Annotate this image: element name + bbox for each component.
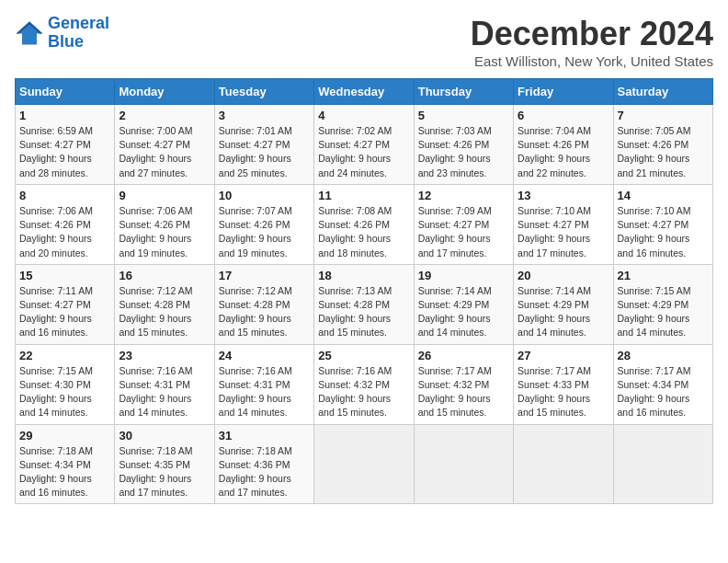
day-header-wednesday: Wednesday xyxy=(314,79,414,105)
header: General Blue December 2024 East Willisto… xyxy=(15,15,713,69)
calendar-cell: 8Sunrise: 7:06 AM Sunset: 4:26 PM Daylig… xyxy=(16,184,115,264)
day-number: 9 xyxy=(119,189,210,202)
day-number: 28 xyxy=(618,349,709,362)
calendar-week-1: 1Sunrise: 6:59 AM Sunset: 4:27 PM Daylig… xyxy=(16,105,713,185)
logo: General Blue xyxy=(15,15,109,52)
day-header-sunday: Sunday xyxy=(16,79,115,105)
day-info: Sunrise: 7:08 AM Sunset: 4:26 PM Dayligh… xyxy=(318,204,409,260)
calendar-cell: 21Sunrise: 7:15 AM Sunset: 4:29 PM Dayli… xyxy=(613,264,712,344)
day-info: Sunrise: 7:04 AM Sunset: 4:26 PM Dayligh… xyxy=(518,124,609,180)
day-number: 24 xyxy=(219,349,310,362)
calendar-cell: 5Sunrise: 7:03 AM Sunset: 4:26 PM Daylig… xyxy=(414,105,513,185)
calendar-cell: 30Sunrise: 7:18 AM Sunset: 4:35 PM Dayli… xyxy=(115,424,214,504)
calendar-week-5: 29Sunrise: 7:18 AM Sunset: 4:34 PM Dayli… xyxy=(16,424,713,504)
day-number: 23 xyxy=(119,349,210,362)
calendar-week-2: 8Sunrise: 7:06 AM Sunset: 4:26 PM Daylig… xyxy=(16,184,713,264)
day-number: 13 xyxy=(518,189,609,202)
calendar-cell: 12Sunrise: 7:09 AM Sunset: 4:27 PM Dayli… xyxy=(414,184,513,264)
calendar-cell: 24Sunrise: 7:16 AM Sunset: 4:31 PM Dayli… xyxy=(214,344,313,424)
day-number: 30 xyxy=(119,429,210,442)
calendar-cell: 9Sunrise: 7:06 AM Sunset: 4:26 PM Daylig… xyxy=(115,184,214,264)
day-number: 5 xyxy=(418,109,509,122)
calendar-cell: 20Sunrise: 7:14 AM Sunset: 4:29 PM Dayli… xyxy=(514,264,613,344)
calendar-cell: 7Sunrise: 7:05 AM Sunset: 4:26 PM Daylig… xyxy=(613,105,712,185)
day-number: 18 xyxy=(318,269,409,282)
day-info: Sunrise: 7:10 AM Sunset: 4:27 PM Dayligh… xyxy=(618,204,709,260)
calendar-cell: 19Sunrise: 7:14 AM Sunset: 4:29 PM Dayli… xyxy=(414,264,513,344)
day-number: 1 xyxy=(19,109,110,122)
day-number: 16 xyxy=(119,269,210,282)
subtitle: East Williston, New York, United States xyxy=(471,53,713,69)
day-info: Sunrise: 7:18 AM Sunset: 4:36 PM Dayligh… xyxy=(219,444,310,500)
day-number: 25 xyxy=(318,349,409,362)
calendar-cell: 3Sunrise: 7:01 AM Sunset: 4:27 PM Daylig… xyxy=(214,105,313,185)
day-info: Sunrise: 7:15 AM Sunset: 4:30 PM Dayligh… xyxy=(19,364,110,420)
day-number: 22 xyxy=(19,349,110,362)
day-number: 20 xyxy=(518,269,609,282)
calendar-cell: 26Sunrise: 7:17 AM Sunset: 4:32 PM Dayli… xyxy=(414,344,513,424)
day-header-monday: Monday xyxy=(115,79,214,105)
logo-text: General Blue xyxy=(48,15,109,52)
calendar-cell: 17Sunrise: 7:12 AM Sunset: 4:28 PM Dayli… xyxy=(214,264,313,344)
day-info: Sunrise: 7:16 AM Sunset: 4:31 PM Dayligh… xyxy=(219,364,310,420)
main-title: December 2024 xyxy=(471,15,713,53)
day-info: Sunrise: 7:09 AM Sunset: 4:27 PM Dayligh… xyxy=(418,204,509,260)
day-info: Sunrise: 7:17 AM Sunset: 4:34 PM Dayligh… xyxy=(618,364,709,420)
day-number: 19 xyxy=(418,269,509,282)
calendar-cell xyxy=(414,424,513,504)
day-header-saturday: Saturday xyxy=(613,79,712,105)
day-number: 17 xyxy=(219,269,310,282)
calendar-cell: 29Sunrise: 7:18 AM Sunset: 4:34 PM Dayli… xyxy=(16,424,115,504)
calendar-cell: 13Sunrise: 7:10 AM Sunset: 4:27 PM Dayli… xyxy=(514,184,613,264)
day-number: 3 xyxy=(219,109,310,122)
day-info: Sunrise: 7:03 AM Sunset: 4:26 PM Dayligh… xyxy=(418,124,509,180)
calendar-cell: 10Sunrise: 7:07 AM Sunset: 4:26 PM Dayli… xyxy=(214,184,313,264)
day-info: Sunrise: 7:18 AM Sunset: 4:35 PM Dayligh… xyxy=(119,444,210,500)
day-number: 6 xyxy=(518,109,609,122)
day-header-thursday: Thursday xyxy=(414,79,513,105)
day-info: Sunrise: 7:12 AM Sunset: 4:28 PM Dayligh… xyxy=(219,284,310,340)
day-header-friday: Friday xyxy=(514,79,613,105)
svg-marker-0 xyxy=(17,21,43,44)
day-info: Sunrise: 7:01 AM Sunset: 4:27 PM Dayligh… xyxy=(219,124,310,180)
day-info: Sunrise: 7:17 AM Sunset: 4:32 PM Dayligh… xyxy=(418,364,509,420)
day-header-tuesday: Tuesday xyxy=(214,79,313,105)
day-number: 8 xyxy=(19,189,110,202)
calendar-cell: 27Sunrise: 7:17 AM Sunset: 4:33 PM Dayli… xyxy=(514,344,613,424)
day-number: 11 xyxy=(318,189,409,202)
calendar-cell: 31Sunrise: 7:18 AM Sunset: 4:36 PM Dayli… xyxy=(214,424,313,504)
title-section: December 2024 East Williston, New York, … xyxy=(471,15,713,69)
day-number: 14 xyxy=(618,189,709,202)
calendar-cell: 2Sunrise: 7:00 AM Sunset: 4:27 PM Daylig… xyxy=(115,105,214,185)
day-info: Sunrise: 7:06 AM Sunset: 4:26 PM Dayligh… xyxy=(119,204,210,260)
day-info: Sunrise: 7:17 AM Sunset: 4:33 PM Dayligh… xyxy=(518,364,609,420)
day-info: Sunrise: 7:11 AM Sunset: 4:27 PM Dayligh… xyxy=(19,284,110,340)
day-number: 10 xyxy=(219,189,310,202)
day-info: Sunrise: 7:00 AM Sunset: 4:27 PM Dayligh… xyxy=(119,124,210,180)
day-number: 27 xyxy=(518,349,609,362)
logo-icon xyxy=(15,20,44,46)
day-number: 12 xyxy=(418,189,509,202)
day-info: Sunrise: 7:07 AM Sunset: 4:26 PM Dayligh… xyxy=(219,204,310,260)
day-number: 26 xyxy=(418,349,509,362)
day-number: 7 xyxy=(618,109,709,122)
calendar-cell: 15Sunrise: 7:11 AM Sunset: 4:27 PM Dayli… xyxy=(16,264,115,344)
calendar-cell: 4Sunrise: 7:02 AM Sunset: 4:27 PM Daylig… xyxy=(314,105,414,185)
calendar-week-3: 15Sunrise: 7:11 AM Sunset: 4:27 PM Dayli… xyxy=(16,264,713,344)
day-info: Sunrise: 7:02 AM Sunset: 4:27 PM Dayligh… xyxy=(318,124,409,180)
calendar-cell: 28Sunrise: 7:17 AM Sunset: 4:34 PM Dayli… xyxy=(613,344,712,424)
calendar-cell: 1Sunrise: 6:59 AM Sunset: 4:27 PM Daylig… xyxy=(16,105,115,185)
calendar-body: 1Sunrise: 6:59 AM Sunset: 4:27 PM Daylig… xyxy=(16,105,713,504)
day-info: Sunrise: 7:15 AM Sunset: 4:29 PM Dayligh… xyxy=(618,284,709,340)
day-info: Sunrise: 7:18 AM Sunset: 4:34 PM Dayligh… xyxy=(19,444,110,500)
day-number: 2 xyxy=(119,109,210,122)
day-number: 29 xyxy=(19,429,110,442)
day-info: Sunrise: 7:10 AM Sunset: 4:27 PM Dayligh… xyxy=(518,204,609,260)
calendar-cell xyxy=(514,424,613,504)
day-info: Sunrise: 6:59 AM Sunset: 4:27 PM Dayligh… xyxy=(19,124,110,180)
day-number: 15 xyxy=(19,269,110,282)
calendar-cell xyxy=(314,424,414,504)
day-info: Sunrise: 7:05 AM Sunset: 4:26 PM Dayligh… xyxy=(618,124,709,180)
calendar-cell: 22Sunrise: 7:15 AM Sunset: 4:30 PM Dayli… xyxy=(16,344,115,424)
calendar-cell: 14Sunrise: 7:10 AM Sunset: 4:27 PM Dayli… xyxy=(613,184,712,264)
